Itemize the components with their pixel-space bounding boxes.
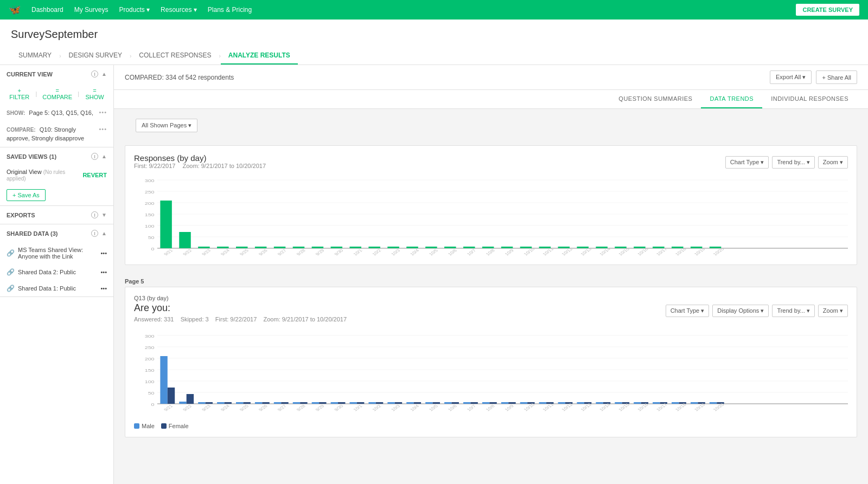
q13-bar-chart: 300 250 200 150 100 50 0 (134, 331, 848, 421)
svg-text:9/30: 9/30 (334, 404, 344, 412)
exports-header[interactable]: EXPORTS i ▼ (0, 206, 113, 224)
tab-collect-responses[interactable]: COLLECT RESPONSES (131, 47, 219, 64)
pages-filter-button[interactable]: All Shown Pages ▾ (136, 119, 197, 132)
show-label: SHOW: (7, 110, 25, 116)
svg-rect-18 (236, 247, 247, 248)
svg-text:9/27: 9/27 (277, 248, 288, 256)
revert-button[interactable]: REVERT (82, 172, 107, 178)
svg-rect-110 (368, 402, 375, 404)
shared-link-options-icon-2[interactable]: ••• (100, 285, 107, 292)
q13-legend-male: Male (134, 423, 155, 429)
svg-text:10/1: 10/1 (353, 404, 363, 412)
svg-rect-90 (179, 402, 186, 404)
shared-link-item-1[interactable]: 🔗 Shared Data 2: Public ••• (0, 264, 113, 280)
svg-rect-28 (425, 247, 437, 248)
q13-number: Q13 (by day) (134, 295, 347, 301)
responses-chart-controls: Chart Type ▾ Trend by... ▾ Zoom ▾ (725, 156, 848, 169)
nav-dashboard[interactable]: Dashboard (31, 6, 63, 14)
svg-text:9/21: 9/21 (163, 404, 174, 412)
shared-data-info-icon[interactable]: i (91, 230, 98, 237)
nav-resources[interactable]: Resources ▾ (161, 6, 197, 14)
shared-link-text-1: Shared Data 2: Public (18, 269, 76, 275)
nav-plans[interactable]: Plans & Pricing (208, 6, 252, 14)
responses-trend-btn[interactable]: Trend by... ▾ (772, 156, 814, 169)
q13-display-options-btn[interactable]: Display Options ▾ (712, 305, 769, 317)
content-area: COMPARED: 334 of 542 respondents Export … (114, 65, 868, 484)
tab-individual-responses[interactable]: INDIVIDUAL RESPONSES (762, 90, 857, 108)
svg-text:150: 150 (145, 212, 155, 217)
q13-trend-btn[interactable]: Trend by... ▾ (772, 305, 814, 317)
nav-my-surveys[interactable]: My Surveys (74, 6, 108, 14)
tab-analyze-results[interactable]: ANALYZE RESULTS (221, 47, 298, 64)
svg-text:9/25: 9/25 (239, 248, 250, 256)
q13-legend: Male Female (134, 423, 848, 429)
current-view-info-icon[interactable]: i (91, 70, 98, 78)
svg-rect-144 (691, 402, 698, 404)
shared-link-item-0[interactable]: 🔗 MS Teams Shared View: Anyone with the … (0, 242, 113, 264)
saved-views-info-icon[interactable]: i (91, 153, 98, 160)
svg-text:9/23: 9/23 (201, 248, 212, 256)
responses-chart-zoom: Zoom: 9/21/2017 to 10/20/2017 (183, 163, 266, 169)
svg-rect-22 (312, 247, 323, 248)
svg-text:0: 0 (151, 402, 155, 406)
svg-rect-16 (198, 247, 209, 248)
q13-zoom-btn[interactable]: Zoom ▾ (818, 305, 848, 317)
svg-rect-95 (225, 402, 232, 404)
tab-summary[interactable]: SUMMARY (11, 47, 59, 64)
q13-chart-controls: Chart Type ▾ Display Options ▾ Trend by.… (666, 305, 848, 317)
svg-rect-117 (433, 402, 440, 404)
logo-icon[interactable]: 🦋 (9, 4, 21, 16)
q13-zoom: Zoom: 9/21/2017 to 10/20/2017 (264, 316, 347, 322)
responses-chart-type-btn[interactable]: Chart Type ▾ (725, 156, 769, 169)
responses-zoom-btn[interactable]: Zoom ▾ (818, 156, 848, 169)
svg-text:9/22: 9/22 (182, 248, 193, 256)
svg-rect-132 (577, 402, 584, 404)
saved-views-header[interactable]: SAVED VIEWS (1) i ▲ (0, 147, 113, 165)
nav-products[interactable]: Products ▾ (119, 6, 150, 14)
svg-rect-128 (539, 402, 546, 404)
compare-label: COMPARE: (7, 127, 36, 133)
svg-rect-120 (463, 402, 470, 404)
top-bar-actions: Export All ▾ + Share All (770, 70, 857, 84)
svg-rect-97 (243, 402, 250, 404)
exports-info-icon[interactable]: i (91, 211, 98, 218)
show-options-icon[interactable]: ••• (99, 109, 107, 115)
share-all-button[interactable]: + Share All (816, 70, 857, 84)
show-value: Page 5: Q13, Q15, Q16, (29, 109, 93, 116)
create-survey-button[interactable]: CREATE SURVEY (796, 4, 859, 16)
main-layout: CURRENT VIEW i ▲ + FILTER | = COMPARE | … (0, 65, 868, 484)
svg-text:10/2: 10/2 (372, 248, 382, 256)
responses-chart-title: Responses (by day) (134, 153, 271, 163)
svg-text:100: 100 (145, 223, 155, 228)
export-all-button[interactable]: Export All ▾ (770, 70, 812, 84)
svg-rect-20 (274, 247, 285, 248)
tab-question-summaries[interactable]: QUESTION SUMMARIES (610, 90, 701, 108)
analysis-tabs: QUESTION SUMMARIES DATA TRENDS INDIVIDUA… (114, 90, 868, 109)
show-button[interactable]: = SHOW (82, 86, 107, 101)
svg-rect-32 (501, 247, 513, 248)
compare-button[interactable]: = COMPARE (40, 86, 74, 101)
tab-design-survey[interactable]: DESIGN SURVEY (61, 47, 129, 64)
shared-data-header[interactable]: SHARED DATA (3) i ▲ (0, 224, 113, 242)
compare-options-icon[interactable]: ••• (99, 126, 107, 132)
shared-link-item-2[interactable]: 🔗 Shared Data 1: Public ••• (0, 280, 113, 296)
svg-rect-14 (160, 201, 171, 248)
responses-bar-chart-svg: 300 250 200 150 100 50 0 (134, 176, 848, 257)
svg-rect-105 (319, 402, 326, 404)
svg-rect-138 (634, 402, 641, 404)
svg-rect-29 (444, 247, 456, 248)
pages-filter-wrapper: All Shown Pages ▾ (114, 109, 868, 137)
filter-button[interactable]: + FILTER (7, 86, 32, 101)
sidebar-section-exports: EXPORTS i ▼ (0, 206, 113, 224)
q13-chart-type-btn[interactable]: Chart Type ▾ (666, 305, 710, 317)
svg-rect-31 (482, 247, 494, 248)
svg-rect-99 (262, 402, 269, 404)
shared-link-options-icon-1[interactable]: ••• (100, 269, 107, 275)
save-as-button[interactable]: + Save As (7, 189, 46, 201)
current-view-header[interactable]: CURRENT VIEW i ▲ (0, 65, 113, 83)
svg-rect-124 (501, 402, 508, 404)
shared-link-options-icon-0[interactable]: ••• (100, 250, 107, 256)
svg-rect-116 (425, 402, 432, 404)
tab-data-trends[interactable]: DATA TRENDS (701, 90, 762, 108)
sidebar-section-saved-views: SAVED VIEWS (1) i ▲ Original View (No ru… (0, 147, 113, 206)
